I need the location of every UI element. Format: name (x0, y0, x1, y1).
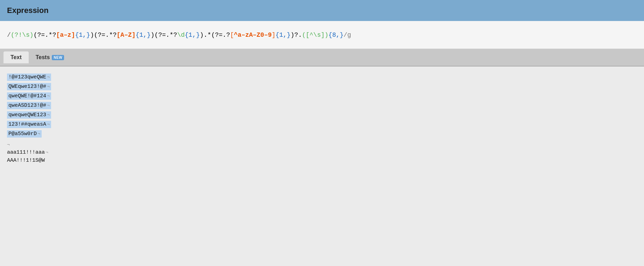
list-item: P@a55w0rD (7, 130, 637, 140)
expr-slash-1: / (7, 31, 11, 38)
list-item: qweASD123!@# (7, 102, 637, 111)
expr-q3: {1,} (185, 31, 200, 38)
expr-d: \d (177, 31, 185, 38)
matched-text-1: !@#123qweQWE (7, 74, 51, 81)
expr-group4-close: ).* (200, 31, 211, 38)
list-item: qweQWE!@#124 (7, 92, 637, 102)
matched-text-4: qweASD123!@# (7, 102, 51, 109)
tab-tests[interactable]: Tests NEW (29, 51, 71, 63)
main-content[interactable]: !@#123qweQWE QWEqwe123!@# qweQWE!@#124 q… (0, 66, 644, 266)
matched-text-3: qweQWE!@#124 (7, 92, 51, 100)
expr-group5-close: )?. (290, 31, 302, 38)
header: Expression (0, 0, 644, 21)
expr-ws: \s (22, 31, 30, 38)
expr-az: [a–z] (56, 31, 75, 38)
expr-group1-open: (?! (11, 31, 22, 38)
expr-group3-close: ) (151, 31, 155, 38)
expr-q2: {1,} (135, 31, 150, 38)
unmatched-text-2: AAA!!!1!1S@W (7, 158, 637, 163)
unmatched-text-1: aaa111!!!aaa (7, 149, 637, 155)
list-item: AAA!!!1!1S@W (7, 158, 637, 163)
blank-line: ¬ (7, 140, 637, 149)
newline-char: ¬ (7, 142, 10, 147)
expr-group4-open: (?=.*? (154, 31, 177, 38)
tab-tests-label: Tests (36, 54, 50, 61)
matched-text-5: qweqweQWE123 (7, 111, 51, 119)
expr-AZ: [A–Z] (117, 31, 135, 38)
matched-text-6: 123!##qweasA (7, 121, 51, 128)
list-item: qweqweQWE123 (7, 111, 637, 121)
list-item: 123!##qweasA (7, 121, 637, 130)
matched-text-2: QWEqwe123!@# (7, 83, 51, 90)
list-item: !@#123qweQWE (7, 74, 637, 83)
expr-group2-open: (?=.*? (34, 31, 56, 38)
matched-text-7: P@a55w0rD (7, 130, 42, 138)
expr-nows: ([^\s]) (302, 31, 329, 38)
expr-q1: {1,} (75, 31, 90, 38)
expr-group1-close: ) (30, 31, 34, 38)
tab-text[interactable]: Text (4, 51, 29, 63)
tab-new-badge: NEW (52, 55, 64, 60)
page-title: Expression (7, 6, 49, 15)
expr-group3-open: (?=.*? (94, 31, 117, 38)
tabs-bar: Text Tests NEW (0, 49, 644, 66)
expr-noalnum: [^a–zA–Z0–9] (230, 31, 275, 38)
expression-bar: /(?!\s)(?=.*?[a–z]{1,})(?=.*?[A–Z]{1,})(… (0, 21, 644, 49)
expr-q5: {8,} (328, 31, 343, 38)
expr-group5-open: (?=.? (211, 31, 230, 38)
expr-group2-close: ) (90, 31, 94, 38)
expr-q4: {1,} (275, 31, 290, 38)
list-item: QWEqwe123!@# (7, 83, 637, 92)
expr-flag: /g (344, 31, 351, 38)
tab-text-label: Text (10, 54, 22, 61)
list-item: aaa111!!!aaa (7, 149, 637, 155)
